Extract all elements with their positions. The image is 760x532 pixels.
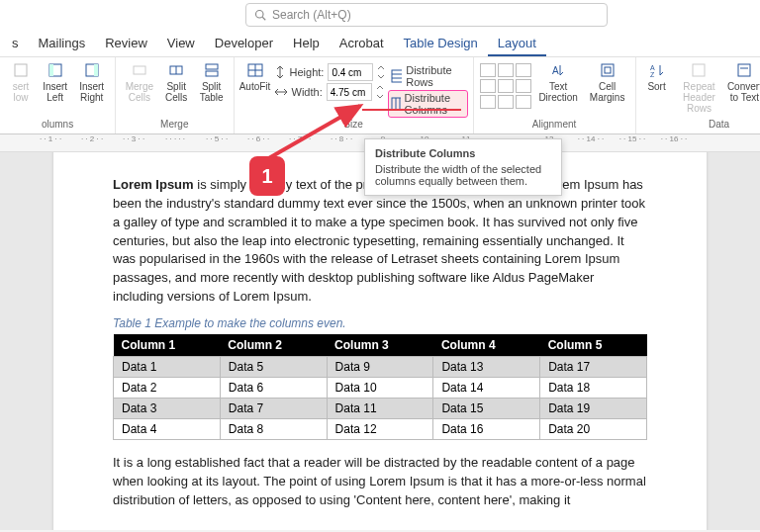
table-cell[interactable]: Data 8 xyxy=(220,418,327,439)
distribute-columns-button[interactable]: Distribute Columns xyxy=(389,91,466,117)
table-header[interactable]: Column 4 xyxy=(433,334,540,357)
tab-table-design[interactable]: Table Design xyxy=(394,30,488,56)
alignment-grid[interactable] xyxy=(480,59,531,109)
height-input[interactable] xyxy=(328,63,373,81)
tab-developer[interactable]: Developer xyxy=(205,30,283,56)
table-row[interactable]: Data 4Data 8Data 12Data 16Data 20 xyxy=(114,418,647,439)
svg-rect-4 xyxy=(49,64,53,76)
table-cell[interactable]: Data 20 xyxy=(540,418,647,439)
table-cell[interactable]: Data 15 xyxy=(433,398,540,418)
table-cell[interactable]: Data 19 xyxy=(540,398,647,418)
text-direction-button[interactable]: AText Direction xyxy=(535,59,582,105)
width-input[interactable] xyxy=(327,83,372,101)
cell-margins-button[interactable]: Cell Margins xyxy=(586,59,629,105)
table-caption[interactable]: Table 1 Example to make the columns even… xyxy=(113,316,647,330)
svg-rect-11 xyxy=(206,71,218,76)
tab-layout[interactable]: Layout xyxy=(488,30,546,56)
tab-partial[interactable]: s xyxy=(2,30,29,56)
ribbon-tabs: s Mailings Review View Developer Help Ac… xyxy=(0,30,760,57)
svg-rect-22 xyxy=(602,64,614,76)
table-cell[interactable]: Data 4 xyxy=(114,418,221,439)
table-cell[interactable]: Data 10 xyxy=(327,377,433,398)
table-cell[interactable]: Data 12 xyxy=(327,418,433,439)
table-cell[interactable]: Data 17 xyxy=(540,356,647,377)
group-merge: Merge Cells Split Cells Split Table Merg… xyxy=(116,57,235,133)
table-cell[interactable]: Data 11 xyxy=(327,398,433,418)
table-row[interactable]: Data 2Data 6Data 10Data 14Data 18 xyxy=(114,377,647,398)
sort-button[interactable]: AZSort xyxy=(642,59,672,94)
svg-rect-7 xyxy=(134,66,145,74)
paragraph-2[interactable]: It is a long established fact that a rea… xyxy=(113,454,647,510)
svg-rect-10 xyxy=(206,64,218,69)
tab-review[interactable]: Review xyxy=(95,30,157,56)
tooltip-distribute-columns: Distribute Columns Distribute the width … xyxy=(364,138,562,196)
svg-rect-26 xyxy=(693,64,705,76)
table-cell[interactable]: Data 7 xyxy=(220,398,327,418)
search-input[interactable]: Search (Alt+Q) xyxy=(245,3,608,27)
document-area[interactable]: Lorem Ipsum is simply dummy text of the … xyxy=(0,152,760,530)
search-icon xyxy=(254,9,266,21)
table-header[interactable]: Column 5 xyxy=(540,334,647,357)
width-icon xyxy=(274,86,288,98)
title-bar: Search (Alt+Q) xyxy=(0,0,760,30)
svg-text:A: A xyxy=(552,65,559,76)
width-row: Width: xyxy=(274,83,386,101)
svg-line-30 xyxy=(260,106,360,163)
table-header[interactable]: Column 3 xyxy=(327,334,433,357)
height-row: Height: xyxy=(274,63,386,81)
tooltip-body: Distribute the width of the selected col… xyxy=(375,163,551,187)
table-cell[interactable]: Data 2 xyxy=(114,377,221,398)
svg-line-1 xyxy=(262,17,265,20)
table-cell[interactable]: Data 1 xyxy=(114,356,221,377)
doc-table[interactable]: Column 1Column 2Column 3Column 4Column 5… xyxy=(113,334,647,440)
table-cell[interactable]: Data 3 xyxy=(114,398,221,418)
tab-help[interactable]: Help xyxy=(283,30,330,56)
group-data: AZSort Repeat Header Rows Convert to Tex… xyxy=(636,57,760,133)
group-alignment: AText Direction Cell Margins Alignment xyxy=(474,57,636,133)
table-header[interactable]: Column 2 xyxy=(220,334,327,357)
table-cell[interactable]: Data 5 xyxy=(220,356,327,377)
insert-below-button[interactable]: sert low xyxy=(6,59,36,105)
split-cells-button[interactable]: Split Cells xyxy=(161,59,192,105)
svg-rect-27 xyxy=(738,64,750,76)
spinner-icon[interactable] xyxy=(377,64,385,80)
table-cell[interactable]: Data 6 xyxy=(220,377,327,398)
table-cell[interactable]: Data 14 xyxy=(433,377,540,398)
ribbon: sert low Insert Left Insert Right olumns… xyxy=(0,57,760,134)
svg-rect-15 xyxy=(392,70,402,82)
distribute-rows-button[interactable]: Distribute Rows xyxy=(389,63,466,89)
table-header[interactable]: Column 1 xyxy=(114,334,221,357)
group-rows-columns: sert low Insert Left Insert Right olumns xyxy=(0,57,116,133)
tab-view[interactable]: View xyxy=(157,30,205,56)
split-table-button[interactable]: Split Table xyxy=(196,59,228,105)
table-row[interactable]: Data 3Data 7Data 11Data 15Data 19 xyxy=(114,398,647,418)
autofit-button[interactable]: AutoFit xyxy=(240,59,270,94)
table-cell[interactable]: Data 9 xyxy=(327,356,433,377)
table-cell[interactable]: Data 18 xyxy=(540,377,647,398)
table-cell[interactable]: Data 13 xyxy=(433,356,540,377)
height-icon xyxy=(274,65,286,79)
svg-point-0 xyxy=(256,11,264,19)
annotation-underline xyxy=(362,109,461,111)
tab-mailings[interactable]: Mailings xyxy=(29,30,96,56)
annotation-badge: 1 xyxy=(249,156,285,196)
repeat-header-rows-button: Repeat Header Rows xyxy=(676,59,723,116)
svg-text:A: A xyxy=(650,64,655,71)
table-cell[interactable]: Data 16 xyxy=(433,418,540,439)
distribute-rows-icon xyxy=(391,69,402,83)
insert-right-button[interactable]: Insert Right xyxy=(74,59,109,105)
tab-acrobat[interactable]: Acrobat xyxy=(330,30,394,56)
page[interactable]: Lorem Ipsum is simply dummy text of the … xyxy=(53,152,707,530)
table-row[interactable]: Data 1Data 5Data 9Data 13Data 17 xyxy=(114,356,647,377)
search-placeholder: Search (Alt+Q) xyxy=(272,8,351,22)
convert-to-text-button[interactable]: Convert to Text xyxy=(726,59,760,105)
spinner-icon[interactable] xyxy=(376,84,384,100)
svg-rect-23 xyxy=(605,67,611,73)
insert-left-button[interactable]: Insert Left xyxy=(40,59,70,105)
svg-rect-6 xyxy=(94,64,98,76)
svg-text:Z: Z xyxy=(650,71,655,78)
svg-rect-2 xyxy=(15,64,27,76)
tooltip-title: Distribute Columns xyxy=(375,147,551,159)
merge-cells-button: Merge Cells xyxy=(122,59,157,105)
